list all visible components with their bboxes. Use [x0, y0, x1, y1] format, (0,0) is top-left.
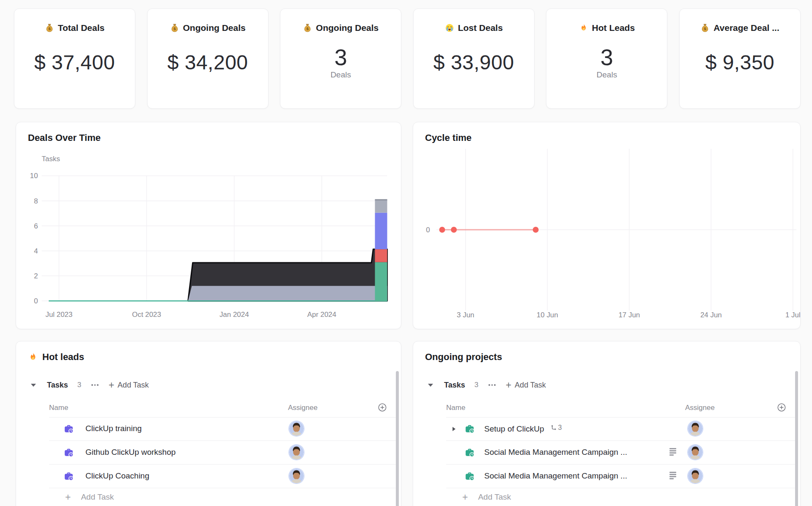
add-column-icon[interactable] [776, 402, 787, 414]
task-briefcase-clock-icon [465, 471, 475, 483]
kpi-card-ongoing-deals-count[interactable]: Ongoing Deals 3 Deals [280, 8, 401, 109]
deals-over-time-panel: Deals Over Time Tasks1086420Jul 2023Oct … [16, 122, 401, 329]
fire-icon [579, 23, 588, 33]
description-icon[interactable] [669, 472, 676, 479]
kpi-value: 3 [601, 45, 613, 69]
kpi-unit: Deals [597, 70, 617, 80]
money-bag-icon [170, 23, 179, 33]
panel-title: Ongoing projects [425, 352, 502, 363]
add-task-row[interactable]: + Add Task [446, 492, 511, 502]
group-label: Tasks [47, 381, 68, 390]
assignee-avatar[interactable] [289, 421, 304, 436]
task-row[interactable]: Social Media Management Campaign ... [446, 441, 796, 465]
kpi-value: $ 37,400 [34, 52, 115, 74]
subtask-icon [550, 425, 557, 431]
panel-title: Deals Over Time [28, 132, 101, 143]
svg-text:24 Jun: 24 Jun [700, 311, 722, 319]
add-task-row[interactable]: + Add Task [49, 492, 114, 502]
column-header-assignee: Assignee [685, 404, 715, 412]
svg-text:3 Jun: 3 Jun [457, 311, 474, 319]
svg-text:6: 6 [34, 222, 38, 230]
kpi-value: 3 [335, 45, 347, 69]
kpi-title-text: Ongoing Deals [316, 23, 379, 33]
task-row[interactable]: Social Media Management Campaign ... [446, 465, 796, 488]
task-name[interactable]: Social Media Management Campaign ... [484, 448, 627, 457]
cycle-time-panel: Cycle time 3 Jun10 Jun17 Jun24 Jun1 Jul0 [413, 122, 801, 329]
panel-title-text: Ongoing projects [425, 352, 502, 363]
expand-caret-icon[interactable] [453, 427, 455, 431]
add-task-label: Add Task [515, 381, 546, 390]
kpi-card-average-deal[interactable]: Average Deal ... $ 9,350 [679, 8, 801, 109]
kpi-unit: Deals [330, 70, 351, 80]
money-bag-icon [700, 23, 710, 33]
collapse-caret-icon[interactable] [428, 384, 433, 387]
task-group-header: Tasks 3 + Add Task [31, 379, 149, 391]
kpi-row: Total Deals $ 37,400 Ongoing Deals $ 34,… [14, 8, 801, 109]
group-count: 3 [77, 381, 81, 389]
column-header-name: Name [446, 404, 465, 412]
task-row[interactable]: Setup of ClickUp3 [446, 417, 796, 441]
panel-title-text: Deals Over Time [28, 132, 101, 143]
task-briefcase-clock-icon [64, 448, 74, 459]
task-name[interactable]: Setup of ClickUp3 [484, 424, 562, 434]
add-task-label: Add Task [118, 381, 149, 390]
task-name[interactable]: Github ClickUp workshop [85, 448, 176, 457]
task-row[interactable]: Github ClickUp workshop [49, 441, 397, 465]
plus-icon: + [506, 381, 511, 389]
task-rows: Setup of ClickUp3 Social Media Managemen… [446, 417, 796, 488]
add-column-icon[interactable] [377, 402, 387, 414]
cycle-time-chart[interactable]: 3 Jun10 Jun17 Jun24 Jun1 Jul0 [413, 122, 800, 329]
kpi-card-ongoing-deals-value[interactable]: Ongoing Deals $ 34,200 [147, 8, 269, 109]
task-briefcase-clock-icon [465, 448, 475, 459]
svg-text:Jul 2023: Jul 2023 [45, 311, 72, 319]
ongoing-projects-panel: Ongoing projects Tasks 3 + Add Task Name… [413, 341, 801, 506]
plus-icon: + [109, 381, 114, 389]
svg-text:0: 0 [426, 226, 430, 234]
vertical-scrollbar[interactable] [396, 371, 399, 506]
kpi-card-lost-deals[interactable]: Lost Deals $ 33,900 [413, 8, 535, 109]
assignee-avatar[interactable] [688, 421, 702, 436]
assignee-avatar[interactable] [289, 469, 304, 483]
kpi-title-text: Average Deal ... [713, 23, 779, 33]
add-task-button[interactable]: + Add Task [506, 381, 546, 390]
svg-text:0: 0 [34, 297, 38, 305]
kpi-card-total-deals[interactable]: Total Deals $ 37,400 [14, 8, 135, 109]
kpi-title-text: Total Deals [58, 23, 104, 33]
svg-text:17 Jun: 17 Jun [618, 311, 640, 319]
kpi-card-hot-leads[interactable]: Hot Leads 3 Deals [546, 8, 667, 109]
vertical-scrollbar[interactable] [795, 371, 798, 506]
hot-leads-panel: Hot leads Tasks 3 + Add Task Name Assign… [16, 341, 401, 506]
collapse-caret-icon[interactable] [31, 384, 36, 387]
column-header-assignee: Assignee [288, 404, 318, 412]
kpi-card-title: Hot Leads [579, 23, 635, 33]
kpi-card-title: Total Deals [45, 23, 104, 33]
task-name[interactable]: Social Media Management Campaign ... [484, 471, 627, 481]
more-options-icon[interactable] [91, 382, 99, 388]
add-task-button[interactable]: + Add Task [109, 381, 149, 390]
kpi-card-title: Lost Deals [445, 23, 503, 33]
task-row[interactable]: ClickUp Coaching [49, 465, 397, 488]
deals-over-time-chart[interactable]: Tasks1086420Jul 2023Oct 2023Jan 2024Apr … [16, 122, 401, 329]
task-name[interactable]: ClickUp Coaching [85, 471, 149, 481]
svg-text:10: 10 [30, 172, 38, 180]
assignee-avatar[interactable] [688, 469, 702, 483]
more-options-icon[interactable] [488, 382, 497, 388]
assignee-avatar[interactable] [289, 445, 304, 459]
task-row[interactable]: ClickUp training [49, 417, 397, 441]
svg-text:2: 2 [34, 272, 38, 280]
description-icon[interactable] [669, 448, 676, 456]
task-briefcase-clock-icon [64, 471, 74, 483]
add-task-label: Add Task [81, 492, 114, 502]
assignee-avatar[interactable] [688, 445, 702, 459]
task-briefcase-clock-icon [465, 424, 475, 435]
loudly-crying-face-icon [445, 23, 454, 33]
add-task-label: Add Task [478, 492, 511, 502]
kpi-title-text: Lost Deals [458, 23, 503, 33]
panel-title-text: Cycle time [425, 132, 472, 143]
kpi-title-text: Hot Leads [592, 23, 635, 33]
kpi-value: $ 33,900 [433, 52, 514, 74]
svg-text:Jan 2024: Jan 2024 [219, 311, 249, 319]
kpi-card-title: Ongoing Deals [170, 23, 246, 33]
task-name[interactable]: ClickUp training [85, 424, 142, 433]
kpi-title-text: Ongoing Deals [183, 23, 246, 33]
